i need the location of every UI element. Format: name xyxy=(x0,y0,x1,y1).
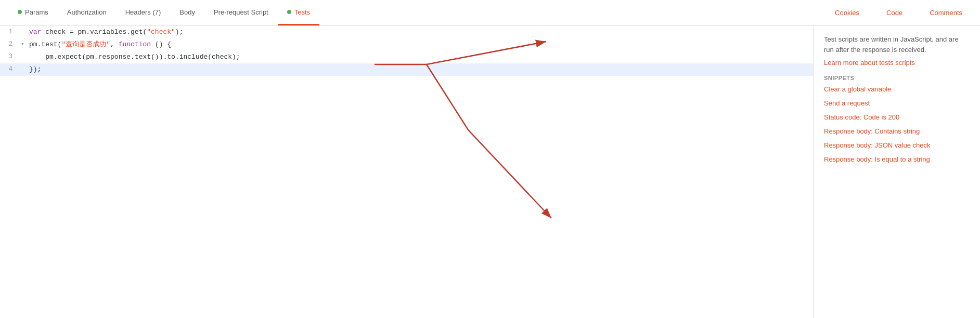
sidebar-description: Test scripts are written in JavaScript, … xyxy=(824,34,970,55)
tab-label-params: Params xyxy=(25,8,48,16)
line-code-2[interactable]: pm.test("查询是否成功", function () { xyxy=(29,39,813,50)
snippet-2[interactable]: Status code: Code is 200 xyxy=(824,113,970,121)
code-lines: 1var check = pm.variables.get("check");2… xyxy=(0,26,813,76)
tests-dot xyxy=(287,10,291,14)
tab-headers[interactable]: Headers (7) xyxy=(116,0,171,25)
tab-cookies[interactable]: Cookies xyxy=(826,9,869,17)
code-line-3: 3 pm.expect(pm.response.text()).to.inclu… xyxy=(0,51,813,63)
sidebar: Test scripts are written in JavaScript, … xyxy=(814,26,980,318)
tab-tests[interactable]: Tests xyxy=(278,0,319,25)
line-code-1[interactable]: var check = pm.variables.get("check"); xyxy=(29,27,813,37)
params-dot xyxy=(18,10,22,14)
line-number-4: 4 xyxy=(0,64,21,73)
line-toggle-2[interactable]: ▾ xyxy=(21,39,29,47)
tab-params[interactable]: Params xyxy=(8,0,58,25)
tab-authorization[interactable]: Authorization xyxy=(58,0,116,25)
code-editor[interactable]: 1var check = pm.variables.get("check");2… xyxy=(0,26,814,318)
snippet-4[interactable]: Response body: JSON value check xyxy=(824,141,970,149)
snippets-title: SNIPPETS xyxy=(824,75,970,81)
code-line-2: 2▾pm.test("查询是否成功", function () { xyxy=(0,38,813,51)
main-content: 1var check = pm.variables.get("check");2… xyxy=(0,26,980,318)
snippet-1[interactable]: Send a request xyxy=(824,99,970,107)
line-code-3[interactable]: pm.expect(pm.response.text()).to.include… xyxy=(29,52,813,62)
tab-label-headers: Headers (7) xyxy=(125,8,161,16)
learn-more-link[interactable]: Learn more about tests scripts xyxy=(824,59,970,67)
tab-label-authorization: Authorization xyxy=(67,8,107,16)
code-line-1: 1var check = pm.variables.get("check"); xyxy=(0,26,813,38)
tab-bar-left: ParamsAuthorizationHeaders (7)BodyPre-re… xyxy=(8,0,319,25)
line-number-1: 1 xyxy=(0,27,21,35)
tab-body[interactable]: Body xyxy=(170,0,204,25)
snippet-0[interactable]: Clear a global variable xyxy=(824,85,970,93)
tab-comments[interactable]: Comments xyxy=(920,9,972,17)
tab-bar-right: CookiesCodeComments xyxy=(826,9,972,17)
line-code-4[interactable]: }); xyxy=(29,64,813,75)
line-toggle-4 xyxy=(21,64,29,65)
code-line-4: 4}); xyxy=(0,63,813,76)
snippets-list: Clear a global variableSend a requestSta… xyxy=(824,85,970,163)
line-number-3: 3 xyxy=(0,52,21,60)
snippet-3[interactable]: Response body: Contains string xyxy=(824,127,970,135)
tab-prerequest[interactable]: Pre-request Script xyxy=(204,0,278,25)
tab-label-prerequest: Pre-request Script xyxy=(214,8,268,16)
tab-code[interactable]: Code xyxy=(877,9,912,17)
line-number-2: 2 xyxy=(0,39,21,48)
tab-label-tests: Tests xyxy=(294,8,310,16)
tab-label-body: Body xyxy=(179,8,195,16)
snippet-5[interactable]: Response body: Is equal to a string xyxy=(824,155,970,163)
line-toggle-3 xyxy=(21,52,29,53)
line-toggle-1 xyxy=(21,27,29,28)
tab-bar: ParamsAuthorizationHeaders (7)BodyPre-re… xyxy=(0,0,980,26)
